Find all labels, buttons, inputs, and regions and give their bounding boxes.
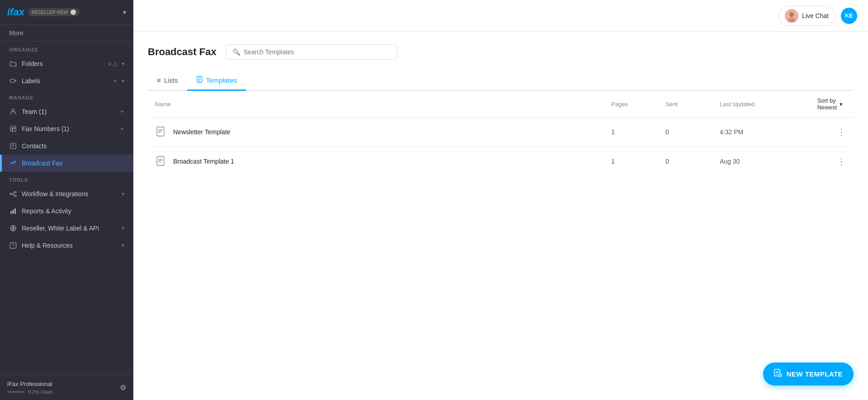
help-label: Help & Resources: [22, 242, 117, 249]
sidebar-collapse-icon[interactable]: ▾: [123, 9, 126, 16]
col-sent: Sent: [665, 101, 720, 108]
sidebar-item-folders[interactable]: Folders ≡ △ ▾: [0, 55, 133, 72]
live-chat-button[interactable]: Live Chat: [778, 6, 835, 26]
sidebar-item-broadcast-fax[interactable]: Broadcast Fax: [0, 155, 133, 172]
col-name: Name: [155, 101, 611, 108]
svg-rect-13: [13, 210, 14, 214]
usage-row: 0.2% Used: [7, 389, 52, 395]
section-tools: TOOLS: [0, 172, 133, 185]
more-label: More: [9, 29, 24, 37]
team-label: Team (1): [22, 108, 116, 115]
sort-chevron-icon: ▾: [840, 101, 843, 108]
sidebar: ifax RESELLER VIEW ▾ More ORGANIZE Folde…: [0, 0, 133, 400]
reseller-toggle[interactable]: [71, 9, 76, 15]
svg-rect-3: [12, 127, 13, 129]
table-row: Newsletter Template 1 0 4:32 PM ⋮: [148, 118, 854, 147]
svg-point-9: [10, 193, 12, 195]
new-template-button[interactable]: NEW TEMPLATE: [763, 362, 854, 386]
reports-icon: [9, 207, 17, 215]
fax-numbers-label: Fax Numbers (1): [22, 125, 116, 132]
row-updated-2: Aug 30: [720, 158, 819, 165]
sidebar-item-workflow[interactable]: Workflow & Integrations ▾: [0, 185, 133, 202]
folder-list-icon: ≡: [108, 61, 111, 67]
row-name-2: Broadcast Template 1: [155, 155, 611, 168]
sidebar-item-help[interactable]: ? Help & Resources ▾: [0, 237, 133, 254]
search-input[interactable]: [244, 48, 391, 56]
svg-rect-12: [10, 211, 12, 214]
sidebar-item-more[interactable]: More: [0, 25, 133, 42]
svg-rect-0: [10, 80, 15, 83]
sidebar-header: ifax RESELLER VIEW ▾: [0, 0, 133, 25]
row-sent-1: 0: [665, 128, 720, 136]
reseller-badge[interactable]: RESELLER VIEW: [28, 8, 80, 16]
sidebar-item-labels[interactable]: Labels + ▾: [0, 72, 133, 89]
svg-text:?: ?: [12, 243, 15, 248]
row-pages-1: 1: [611, 128, 665, 136]
svg-rect-30: [157, 156, 164, 165]
folders-chevron-icon[interactable]: ▾: [122, 61, 124, 67]
svg-rect-26: [157, 127, 164, 136]
new-template-icon: [774, 369, 782, 379]
templates-tab-label: Templates: [206, 76, 237, 84]
folder-cloud-icon: △: [113, 61, 117, 67]
live-chat-label: Live Chat: [802, 12, 829, 19]
svg-rect-5: [12, 129, 13, 131]
main-content: Live Chat KE Broadcast Fax 🔍 ≡ Lists: [133, 0, 868, 400]
labels-add-icon[interactable]: +: [113, 77, 117, 85]
template-name-1: Newsletter Template: [173, 128, 231, 136]
svg-rect-4: [14, 127, 15, 129]
contacts-icon: [9, 142, 17, 150]
reseller-chevron-icon[interactable]: ▾: [122, 225, 124, 231]
sidebar-item-team[interactable]: Team (1) +: [0, 103, 133, 120]
user-initials: KE: [845, 12, 853, 19]
section-organize: ORGANIZE: [0, 42, 133, 55]
active-indicator: [0, 155, 2, 172]
row-sent-2: 0: [665, 158, 720, 165]
fax-numbers-add-icon[interactable]: +: [120, 125, 124, 133]
settings-icon[interactable]: ⚙: [120, 383, 126, 392]
content-area: Broadcast Fax 🔍 ≡ Lists Templates Name: [133, 32, 868, 400]
sidebar-item-reports[interactable]: Reports & Activity: [0, 202, 133, 220]
footer-row: iFax Professional 0.2% Used ⚙: [7, 381, 126, 395]
tab-templates[interactable]: Templates: [187, 71, 246, 91]
labels-chevron-icon[interactable]: ▾: [122, 78, 124, 84]
sidebar-item-contacts[interactable]: Contacts: [0, 137, 133, 155]
team-add-icon[interactable]: +: [120, 108, 124, 116]
lists-tab-label: Lists: [164, 76, 178, 84]
new-template-label: NEW TEMPLATE: [787, 370, 843, 378]
row-actions-1[interactable]: ⋮: [819, 127, 846, 137]
sidebar-footer: iFax Professional 0.2% Used ⚙: [0, 375, 133, 400]
row-actions-2[interactable]: ⋮: [819, 156, 846, 167]
workflow-chevron-icon[interactable]: ▾: [122, 191, 124, 197]
svg-point-1: [12, 109, 14, 112]
folder-icon: [9, 60, 17, 68]
svg-rect-14: [14, 208, 16, 214]
top-bar: Live Chat KE: [133, 0, 868, 32]
logo: ifax: [7, 6, 24, 18]
search-box[interactable]: 🔍: [226, 44, 397, 60]
lists-tab-icon: ≡: [157, 76, 161, 84]
doc-icon-1: [155, 126, 168, 138]
labels-label: Labels: [22, 77, 108, 85]
fax-numbers-icon: [9, 125, 17, 133]
svg-point-11: [14, 195, 16, 197]
user-avatar[interactable]: KE: [841, 8, 857, 24]
tab-lists[interactable]: ≡ Lists: [148, 71, 187, 91]
help-chevron-icon[interactable]: ▾: [122, 242, 124, 249]
workflow-label: Workflow & Integrations: [22, 190, 117, 198]
svg-point-10: [14, 191, 16, 193]
reseller-icon: [9, 224, 17, 232]
reports-label: Reports & Activity: [22, 207, 124, 215]
broadcast-fax-label: Broadcast Fax: [22, 160, 124, 167]
sort-dropdown[interactable]: Sort by Newest ▾: [819, 97, 846, 111]
row-pages-2: 1: [611, 158, 665, 165]
usage-text: 0.2% Used: [28, 389, 52, 395]
live-chat-avatar: [785, 9, 798, 23]
search-icon: 🔍: [232, 48, 240, 56]
sidebar-item-fax-numbers[interactable]: Fax Numbers (1) +: [0, 120, 133, 137]
template-name-2: Broadcast Template 1: [173, 158, 234, 165]
reseller-label-nav: Reseller, White Label & API: [22, 225, 117, 232]
sort-label: Sort by Newest: [817, 97, 837, 111]
sidebar-item-reseller[interactable]: Reseller, White Label & API ▾: [0, 220, 133, 237]
page-title: Broadcast Fax: [148, 46, 217, 58]
